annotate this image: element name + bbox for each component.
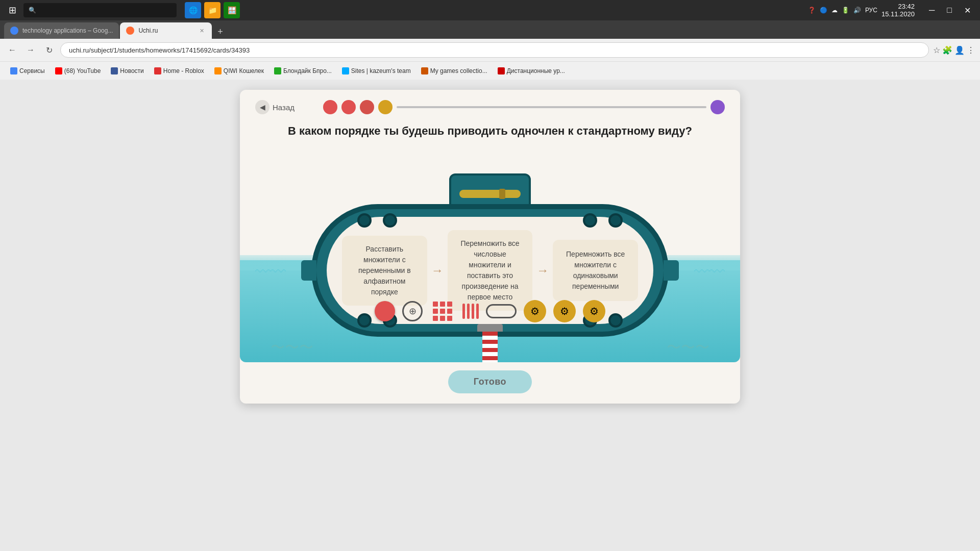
pill-button[interactable] bbox=[486, 304, 517, 318]
bookmark-services[interactable]: Сервисы bbox=[6, 66, 49, 76]
grid-button[interactable] bbox=[430, 298, 455, 324]
tab-google[interactable]: technology applications – Goog... bbox=[4, 22, 119, 39]
back-arrow-icon: ◀ bbox=[255, 100, 270, 114]
porthole-1 bbox=[357, 213, 372, 228]
gauge-3: ⚙ bbox=[583, 300, 605, 322]
lesson-card: ◀ Назад В каком порядке ты будешь привод… bbox=[240, 90, 740, 404]
browser-chrome: ⊞ 🔍 🌐 📁 🪟 ❓ 🔵 ☁ 🔋 🔊 РУС 23:42 15.11.2020… bbox=[0, 0, 980, 80]
menu-icon[interactable]: ⋮ bbox=[967, 45, 975, 55]
bluetooth-icon: 🔵 bbox=[820, 7, 827, 14]
pipe-decoration bbox=[477, 324, 503, 362]
pipe-vertical bbox=[482, 332, 498, 362]
tab-uchi-label: Uchi.ru bbox=[138, 27, 193, 34]
battery-icon: 🔋 bbox=[842, 7, 849, 14]
tabs-bar: technology applications – Goog... Uchi.r… bbox=[0, 20, 980, 39]
cloud-icon: ☁ bbox=[831, 7, 838, 14]
porthole-4 bbox=[608, 213, 623, 228]
porthole-8 bbox=[608, 313, 623, 328]
step-box-3: Перемножить все множители с одинаковыми … bbox=[553, 240, 638, 301]
progress-dot-2 bbox=[341, 100, 356, 114]
profile-icon[interactable]: 👤 bbox=[954, 45, 965, 55]
gauge-1: ⚙ bbox=[524, 300, 546, 322]
bars-button[interactable] bbox=[462, 304, 479, 319]
bookmark-klondike[interactable]: Блондайк Бпро... bbox=[270, 66, 336, 76]
progress-dot-4 bbox=[378, 100, 393, 114]
taskbar-search[interactable]: 🔍 bbox=[23, 3, 177, 17]
tab-google-label: technology applications – Goog... bbox=[22, 27, 113, 34]
arrow-1: → bbox=[431, 263, 444, 278]
back-button[interactable]: ◀ Назад bbox=[255, 100, 295, 114]
bookmark-youtube[interactable]: (68) YouTube bbox=[51, 66, 105, 76]
step-box-1: Расставить множители с переменными в алф… bbox=[342, 236, 427, 306]
porthole-3 bbox=[583, 213, 597, 228]
tab-google-favicon bbox=[10, 27, 18, 35]
control-panel: ⊕ ⚙ bbox=[375, 298, 605, 324]
tab-uchi[interactable]: Uchi.ru ✕ bbox=[120, 22, 212, 39]
bookmark-kazeum[interactable]: Sites | kazeum's team bbox=[338, 66, 415, 76]
minimize-button[interactable]: ─ bbox=[925, 4, 939, 17]
bookmark-mygames[interactable]: My games collectio... bbox=[417, 66, 492, 76]
red-button[interactable] bbox=[375, 301, 395, 321]
language-label: РУС bbox=[865, 7, 877, 14]
periscope-knob bbox=[499, 189, 505, 199]
bookmark-qiwi[interactable]: QIWI Кошелек bbox=[210, 66, 268, 76]
store-taskbar-icon[interactable]: 🪟 bbox=[224, 2, 240, 18]
card-header: ◀ Назад bbox=[240, 90, 740, 119]
periscope bbox=[459, 190, 521, 198]
explorer-taskbar-icon[interactable]: 📁 bbox=[204, 2, 220, 18]
ready-btn-container: Готово bbox=[240, 362, 740, 404]
content-area: ◀ Назад В каком порядке ты будешь привод… bbox=[0, 80, 980, 551]
forward-button[interactable]: → bbox=[23, 43, 38, 57]
progress-dot-5 bbox=[710, 100, 725, 114]
bookmark-news[interactable]: Новости bbox=[107, 66, 148, 76]
system-tray: ❓ 🔵 ☁ 🔋 🔊 РУС 23:42 15.11.2020 bbox=[808, 3, 915, 18]
maximize-button[interactable]: □ bbox=[943, 4, 956, 17]
progress-line bbox=[397, 106, 706, 108]
windows-icon[interactable]: ⊞ bbox=[5, 3, 19, 17]
clock: 23:42 15.11.2020 bbox=[881, 3, 915, 18]
wave-right: 〰〰 bbox=[694, 263, 725, 281]
bookmark-roblox[interactable]: Home - Roblox bbox=[150, 66, 208, 76]
refresh-button[interactable]: ↻ bbox=[42, 43, 56, 57]
wave-left: 〰〰 bbox=[255, 263, 286, 281]
porthole-5 bbox=[357, 313, 372, 328]
tab-uchi-favicon bbox=[126, 27, 134, 35]
left-handle bbox=[301, 260, 316, 281]
gauge-2: ⚙ bbox=[553, 300, 576, 322]
new-tab-button[interactable]: + bbox=[213, 24, 227, 39]
back-button[interactable]: ← bbox=[5, 43, 19, 57]
tentacle-right: 〜〜〜 bbox=[667, 338, 709, 357]
crosshair-button[interactable]: ⊕ bbox=[402, 301, 423, 321]
extensions-icon[interactable]: 🧩 bbox=[942, 45, 952, 55]
close-button[interactable]: ✕ bbox=[960, 4, 975, 17]
progress-dot-3 bbox=[360, 100, 374, 114]
address-input[interactable] bbox=[60, 42, 929, 58]
sound-icon: 🔊 bbox=[853, 7, 861, 14]
title-bar: ⊞ 🔍 🌐 📁 🪟 ❓ 🔵 ☁ 🔋 🔊 РУС 23:42 15.11.2020… bbox=[0, 0, 980, 20]
bookmarks-bar: Сервисы (68) YouTube Новости Home - Robl… bbox=[0, 61, 980, 80]
progress-dot-1 bbox=[323, 100, 337, 114]
address-bar-row: ← → ↻ ☆ 🧩 👤 ⋮ bbox=[0, 39, 980, 61]
tentacle-left: 〜〜〜 bbox=[271, 338, 313, 357]
bookmark-distance[interactable]: Дистанционные ур... bbox=[494, 66, 569, 76]
right-handle bbox=[664, 260, 679, 281]
ready-button[interactable]: Готово bbox=[448, 370, 532, 393]
chrome-taskbar-icon[interactable]: 🌐 bbox=[185, 2, 201, 18]
tab-uchi-close[interactable]: ✕ bbox=[198, 27, 206, 35]
browser-icons: ☆ 🧩 👤 ⋮ bbox=[933, 45, 975, 55]
help-icon: ❓ bbox=[808, 7, 816, 14]
arrow-2: → bbox=[536, 263, 549, 278]
porthole-2 bbox=[383, 213, 397, 228]
pipe-wide bbox=[477, 324, 503, 332]
star-icon[interactable]: ☆ bbox=[933, 45, 940, 55]
progress-indicator bbox=[323, 100, 725, 114]
question-text: В каком порядке ты будешь приводить одно… bbox=[240, 119, 740, 148]
submarine-scene: 〰〰 〰〰 bbox=[240, 148, 740, 362]
